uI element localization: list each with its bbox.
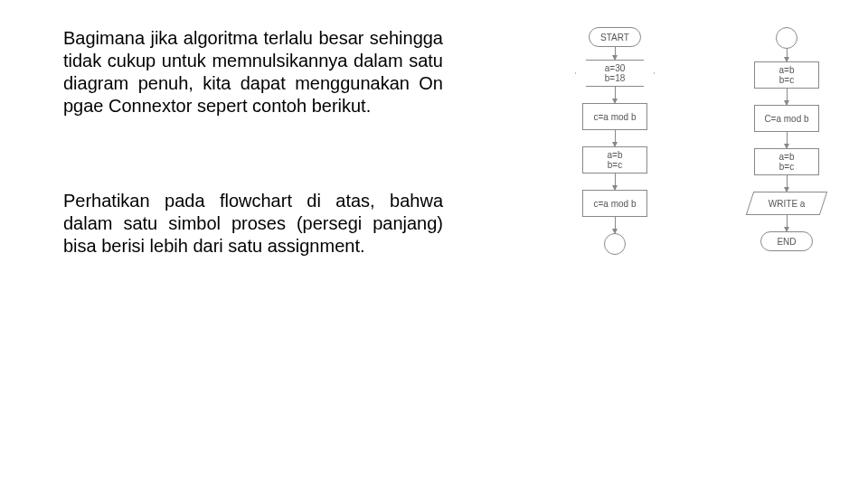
onpage-connector-in — [776, 27, 797, 49]
process-line2: b=c — [779, 75, 794, 85]
process-line2: b=c — [779, 162, 794, 172]
arrow-icon — [615, 87, 616, 103]
process-node: a=b b=c — [582, 146, 647, 174]
process-line1: a=b — [779, 152, 795, 162]
flowchart-left: START a=30 b=18 c=a mod b a=b b=c c=a mo… — [552, 27, 678, 255]
process-line1: a=b — [608, 150, 623, 160]
prep-line2: b=18 — [605, 73, 626, 83]
end-terminator: END — [760, 231, 813, 251]
paragraph-1: Bagimana jika algoritma terlalu besar se… — [63, 27, 443, 117]
end-label: END — [777, 237, 796, 247]
arrow-icon — [787, 132, 788, 148]
process-line1: a=b — [779, 65, 795, 75]
onpage-connector-out — [604, 233, 626, 255]
process-node: C=a mod b — [754, 105, 819, 132]
preparation-node: a=30 b=18 — [575, 60, 655, 87]
arrow-icon — [787, 89, 788, 105]
flowchart-right: a=b b=c C=a mod b a=b b=c WRITE a END — [723, 27, 850, 251]
arrow-icon — [615, 174, 616, 190]
paragraph-2: Perhatikan pada flowchart di atas, bahwa… — [63, 190, 443, 258]
io-text: WRITE a — [769, 199, 806, 209]
process-text: c=a mod b — [594, 199, 637, 209]
arrow-icon — [615, 217, 616, 233]
prep-line1: a=30 — [605, 63, 626, 73]
process-text: C=a mod b — [764, 114, 808, 124]
process-text: c=a mod b — [594, 112, 637, 122]
arrow-icon — [787, 49, 788, 61]
arrow-icon — [615, 47, 616, 60]
arrow-icon — [787, 175, 788, 192]
process-node: c=a mod b — [582, 103, 647, 130]
start-label: START — [600, 33, 629, 42]
process-node: a=b b=c — [754, 148, 819, 175]
arrow-icon — [787, 215, 788, 231]
process-node: c=a mod b — [582, 190, 647, 217]
arrow-icon — [615, 130, 616, 146]
io-node: WRITE a — [746, 192, 827, 215]
start-terminator: START — [589, 27, 641, 47]
process-line2: b=c — [608, 160, 622, 170]
process-node: a=b b=c — [754, 61, 819, 89]
